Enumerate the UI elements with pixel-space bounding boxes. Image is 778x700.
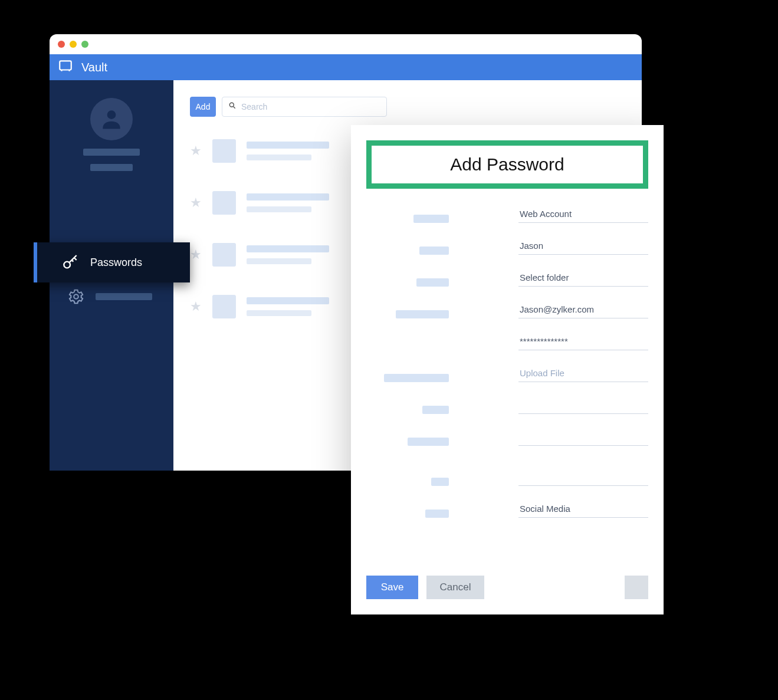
sidebar-item-passwords[interactable]: Passwords [34, 242, 190, 282]
search-input[interactable] [241, 102, 380, 111]
email-input[interactable] [518, 302, 648, 318]
sidebar-item-settings[interactable] [50, 288, 173, 305]
account-type-input[interactable] [518, 206, 648, 223]
item-thumbnail [212, 139, 236, 163]
field-blank1 [366, 397, 648, 414]
extra-input-1[interactable] [518, 397, 648, 414]
app-header: Vault [50, 54, 642, 80]
extra-input-3[interactable] [518, 469, 648, 486]
sidebar: Passwords [50, 80, 173, 471]
field-label-placeholder [422, 406, 449, 414]
search-field[interactable] [222, 97, 387, 117]
field-file [366, 366, 648, 382]
maximize-window-button[interactable] [81, 41, 88, 48]
item-title-placeholder [247, 297, 329, 304]
star-icon[interactable]: ★ [190, 299, 202, 314]
field-label-placeholder [408, 438, 449, 446]
item-thumbnail [212, 243, 236, 267]
field-blank3 [366, 469, 648, 486]
star-icon[interactable]: ★ [190, 247, 202, 262]
field-label-placeholder [396, 310, 449, 318]
file-input[interactable] [518, 366, 648, 382]
app-title: Vault [81, 61, 107, 74]
item-title-placeholder [247, 142, 329, 149]
add-button[interactable]: Add [190, 97, 216, 117]
item-sub-placeholder [247, 310, 311, 316]
item-thumbnail [212, 295, 236, 318]
item-title-placeholder [247, 245, 329, 252]
dialog-actions: Save Cancel [366, 576, 648, 599]
field-label-placeholder [419, 247, 449, 255]
svg-rect-0 [60, 61, 71, 70]
item-thumbnail [212, 191, 236, 215]
save-button[interactable]: Save [366, 576, 418, 599]
field-blank2 [366, 429, 648, 446]
field-password [366, 334, 648, 350]
field-account-type [366, 206, 648, 223]
close-window-button[interactable] [58, 41, 65, 48]
cancel-button[interactable]: Cancel [426, 576, 484, 599]
field-email [366, 302, 648, 318]
profile-section [50, 80, 173, 171]
field-folder [366, 270, 648, 287]
name-input[interactable] [518, 238, 648, 255]
item-title-placeholder [247, 193, 329, 201]
add-password-dialog: Add Password Save Cancel [351, 125, 664, 614]
field-label-placeholder [431, 478, 449, 486]
field-label-placeholder [425, 510, 449, 518]
folder-input[interactable] [518, 270, 648, 287]
profile-name-placeholder [83, 149, 140, 156]
field-label-placeholder [413, 215, 449, 223]
window-titlebar [50, 34, 642, 54]
svg-point-1 [107, 110, 116, 119]
sidebar-label-placeholder [96, 293, 152, 300]
field-label-placeholder [384, 374, 449, 382]
field-label-placeholder [416, 278, 449, 287]
avatar[interactable] [90, 98, 133, 140]
search-icon [228, 101, 237, 112]
sidebar-item-label: Passwords [90, 257, 142, 269]
profile-sub-placeholder [90, 164, 133, 171]
password-input[interactable] [518, 334, 648, 350]
item-sub-placeholder [247, 206, 311, 212]
field-name [366, 238, 648, 255]
svg-point-4 [229, 103, 234, 107]
item-sub-placeholder [247, 258, 311, 264]
dialog-title-box: Add Password [366, 140, 648, 189]
toolbar: Add [190, 97, 625, 117]
star-icon[interactable]: ★ [190, 143, 202, 159]
extra-action-button[interactable] [625, 576, 648, 599]
item-sub-placeholder [247, 155, 311, 160]
dialog-title: Add Password [450, 155, 564, 175]
star-icon[interactable]: ★ [190, 195, 202, 211]
svg-point-2 [74, 294, 78, 299]
extra-input-2[interactable] [518, 429, 648, 446]
vault-logo-icon [58, 58, 73, 76]
minimize-window-button[interactable] [70, 41, 77, 48]
field-tag [366, 501, 648, 518]
tag-input[interactable] [518, 501, 648, 518]
